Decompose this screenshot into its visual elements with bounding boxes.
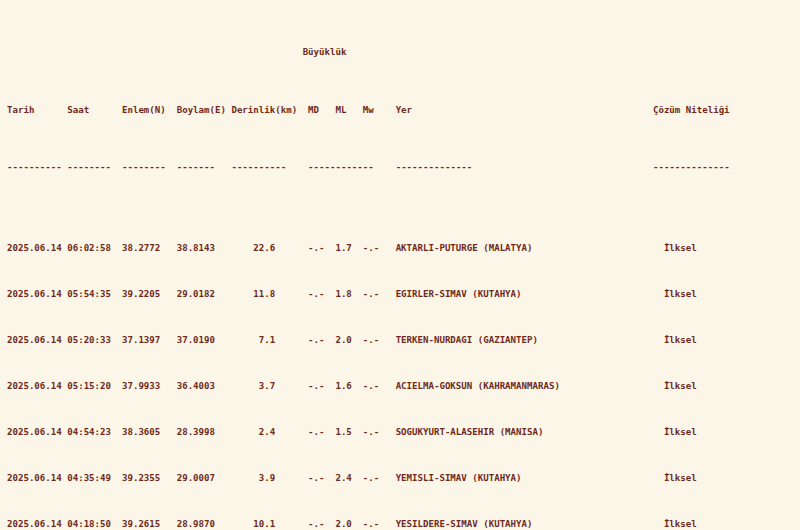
cell-mw: -.- bbox=[363, 473, 396, 485]
cell-mw: -.- bbox=[363, 427, 396, 439]
separator-lon: ------- bbox=[177, 162, 232, 174]
earthquake-row: 2025.06.14 04:18:50 39.2615 28.9870 10.1… bbox=[7, 519, 800, 530]
column-header-ml: ML bbox=[335, 105, 362, 117]
cell-md: -.- bbox=[308, 335, 335, 347]
cell-date: 2025.06.14 bbox=[7, 381, 67, 393]
cell-depth: 11.8 bbox=[231, 289, 275, 301]
earthquake-row: 2025.06.14 05:15:20 37.9933 36.4003 3.7 … bbox=[7, 381, 800, 393]
cell-latitude: 39.2205 bbox=[122, 289, 177, 301]
cell-latitude: 38.3605 bbox=[122, 427, 177, 439]
cell-time: 05:15:20 bbox=[67, 381, 122, 393]
cell-mw: -.- bbox=[363, 381, 396, 393]
separator-date: ---------- bbox=[7, 162, 67, 174]
cell-longitude: 28.9870 bbox=[177, 519, 232, 530]
cell-quality: İlksel bbox=[653, 335, 697, 347]
cell-gap bbox=[275, 519, 308, 530]
separator-mag: ------------ bbox=[308, 162, 396, 174]
cell-depth: 3.7 bbox=[231, 381, 275, 393]
magnitude-group-label: Büyüklük bbox=[303, 47, 347, 59]
cell-place: TERKEN-NURDAGI (GAZIANTEP) bbox=[396, 335, 653, 347]
separator-quality: -------------- bbox=[653, 162, 730, 174]
cell-date: 2025.06.14 bbox=[7, 427, 67, 439]
cell-date: 2025.06.14 bbox=[7, 335, 67, 347]
cell-md: -.- bbox=[308, 381, 335, 393]
column-header-depth: Derinlik(km) bbox=[231, 105, 308, 117]
cell-quality: İlksel bbox=[653, 473, 697, 485]
cell-quality: İlksel bbox=[653, 381, 697, 393]
column-header-date: Tarih bbox=[7, 105, 67, 117]
column-header-lon: Boylam(E) bbox=[177, 105, 232, 117]
earthquake-row: 2025.06.14 04:54:23 38.3605 28.3998 2.4 … bbox=[7, 427, 800, 439]
cell-date: 2025.06.14 bbox=[7, 243, 67, 255]
cell-depth: 3.9 bbox=[231, 473, 275, 485]
earthquake-row: 2025.06.14 04:35:49 39.2355 29.0007 3.9 … bbox=[7, 473, 800, 485]
cell-place: YEMISLI-SIMAV (KUTAHYA) bbox=[396, 473, 653, 485]
cell-place: EGIRLER-SIMAV (KUTAHYA) bbox=[396, 289, 653, 301]
cell-time: 04:18:50 bbox=[67, 519, 122, 530]
cell-latitude: 37.9933 bbox=[122, 381, 177, 393]
separator-place: -------------- bbox=[396, 162, 653, 174]
magnitude-group-row: Büyüklük bbox=[7, 47, 800, 59]
cell-place: ACIELMA-GOKSUN (KAHRAMANMARAS) bbox=[396, 381, 653, 393]
cell-quality: İlksel bbox=[653, 427, 697, 439]
cell-mw: -.- bbox=[363, 289, 396, 301]
earthquake-row: 2025.06.14 06:02:58 38.2772 38.8143 22.6… bbox=[7, 243, 800, 255]
column-header-time: Saat bbox=[67, 105, 122, 117]
cell-mw: -.- bbox=[363, 243, 396, 255]
column-header-mw: Mw bbox=[363, 105, 396, 117]
cell-date: 2025.06.14 bbox=[7, 519, 67, 530]
separator-row: ---------- -------- -------- ------- ---… bbox=[7, 162, 800, 174]
cell-gap bbox=[275, 335, 308, 347]
cell-longitude: 29.0007 bbox=[177, 473, 232, 485]
cell-ml: 1.5 bbox=[335, 427, 362, 439]
cell-md: -.- bbox=[308, 519, 335, 530]
cell-ml: 2.0 bbox=[335, 519, 362, 530]
cell-md: -.- bbox=[308, 243, 335, 255]
cell-time: 04:54:23 bbox=[67, 427, 122, 439]
cell-ml: 1.7 bbox=[335, 243, 362, 255]
cell-depth: 2.4 bbox=[231, 427, 275, 439]
column-header-quality: Çözüm Niteliği bbox=[653, 105, 730, 117]
table-body: 2025.06.14 06:02:58 38.2772 38.8143 22.6… bbox=[7, 220, 800, 530]
cell-ml: 2.0 bbox=[335, 335, 362, 347]
separator-lat: -------- bbox=[122, 162, 177, 174]
cell-time: 05:20:33 bbox=[67, 335, 122, 347]
cell-time: 05:54:35 bbox=[67, 289, 122, 301]
cell-quality: İlksel bbox=[653, 519, 697, 530]
cell-latitude: 39.2615 bbox=[122, 519, 177, 530]
earthquake-row: 2025.06.14 05:54:35 39.2205 29.0182 11.8… bbox=[7, 289, 800, 301]
earthquake-table: Büyüklük Tarih Saat Enlem(N) Boylam(E) D… bbox=[0, 0, 800, 530]
cell-ml: 1.6 bbox=[335, 381, 362, 393]
cell-latitude: 39.2355 bbox=[122, 473, 177, 485]
column-header-md: MD bbox=[308, 105, 335, 117]
cell-place: YESILDERE-SIMAV (KUTAHYA) bbox=[396, 519, 653, 530]
cell-longitude: 38.8143 bbox=[177, 243, 232, 255]
cell-md: -.- bbox=[308, 473, 335, 485]
cell-md: -.- bbox=[308, 427, 335, 439]
earthquake-row: 2025.06.14 05:20:33 37.1397 37.0190 7.1 … bbox=[7, 335, 800, 347]
cell-latitude: 37.1397 bbox=[122, 335, 177, 347]
cell-longitude: 29.0182 bbox=[177, 289, 232, 301]
cell-quality: İlksel bbox=[653, 243, 697, 255]
cell-longitude: 28.3998 bbox=[177, 427, 232, 439]
cell-gap bbox=[275, 289, 308, 301]
cell-mw: -.- bbox=[363, 335, 396, 347]
separator-depth: ---------- bbox=[231, 162, 308, 174]
cell-gap bbox=[275, 427, 308, 439]
cell-date: 2025.06.14 bbox=[7, 473, 67, 485]
cell-md: -.- bbox=[308, 289, 335, 301]
cell-quality: İlksel bbox=[653, 289, 697, 301]
cell-time: 04:35:49 bbox=[67, 473, 122, 485]
separator-time: -------- bbox=[67, 162, 122, 174]
cell-depth: 7.1 bbox=[231, 335, 275, 347]
cell-mw: -.- bbox=[363, 519, 396, 530]
cell-gap bbox=[275, 473, 308, 485]
cell-latitude: 38.2772 bbox=[122, 243, 177, 255]
cell-ml: 2.4 bbox=[335, 473, 362, 485]
cell-depth: 10.1 bbox=[231, 519, 275, 530]
cell-ml: 1.8 bbox=[335, 289, 362, 301]
cell-gap bbox=[275, 243, 308, 255]
cell-date: 2025.06.14 bbox=[7, 289, 67, 301]
cell-place: SOGUKYURT-ALASEHIR (MANISA) bbox=[396, 427, 653, 439]
column-header-place: Yer bbox=[396, 105, 653, 117]
